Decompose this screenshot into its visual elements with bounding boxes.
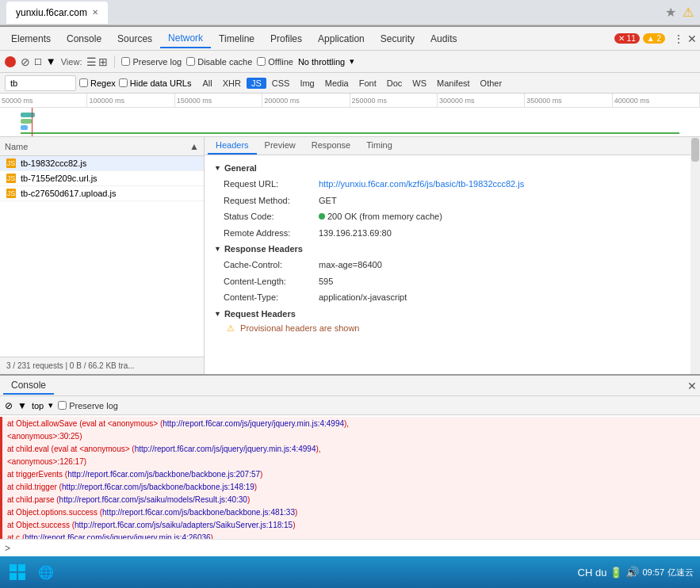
taskbar-volume-icon[interactable]: 🔊 — [625, 566, 639, 578]
tab-application[interactable]: Application — [310, 30, 373, 48]
console-dropdown-icon[interactable]: ▾ — [48, 400, 53, 410]
details-tab-headers[interactable]: Headers — [208, 137, 257, 155]
tab-sources[interactable]: Sources — [109, 30, 160, 48]
response-headers-section[interactable]: ▼ Response Headers — [205, 241, 690, 257]
preserve-log-input[interactable] — [121, 57, 130, 66]
details-scrollbar[interactable] — [690, 137, 700, 374]
star-icon[interactable]: ★ — [665, 5, 676, 20]
taskbar-start-button[interactable] — [3, 558, 32, 586]
file-item-1[interactable]: JS tb-7155ef209c.url.js — [0, 171, 204, 186]
filter-ws-button[interactable]: WS — [407, 78, 431, 89]
tab-timeline[interactable]: Timeline — [211, 30, 262, 48]
filter-font-button[interactable]: Font — [354, 78, 381, 89]
tab-audits[interactable]: Audits — [423, 30, 465, 48]
tab-network[interactable]: Network — [160, 29, 211, 48]
console-preserve-input[interactable] — [58, 401, 67, 410]
filter-manifest-button[interactable]: Manifest — [432, 78, 475, 89]
regex-checkbox[interactable]: Regex — [79, 78, 116, 88]
response-headers-triangle: ▼ — [214, 245, 221, 253]
remote-address-label: Remote Address: — [224, 227, 319, 240]
tab-elements[interactable]: Elements — [3, 30, 59, 48]
error-link-4[interactable]: http://report.f6car.com/js/saiku/models/… — [59, 495, 247, 504]
filter-css-button[interactable]: CSS — [267, 78, 295, 89]
offline-checkbox[interactable]: Offline — [257, 57, 293, 67]
list-view-icon[interactable]: ☰ — [86, 55, 97, 68]
error-link-7[interactable]: http://report.f6car.com/js/jquery/jquery… — [25, 533, 210, 539]
toolbar-divider — [114, 55, 115, 68]
cache-control-row: Cache-Control: max-age=86400 — [205, 257, 690, 273]
camera-button[interactable]: □ — [35, 55, 41, 67]
error-link-5[interactable]: http://report.f6car.com/js/backbone/back… — [102, 508, 295, 517]
stop-button[interactable]: ⊘ — [21, 55, 30, 68]
status-green-dot — [319, 213, 325, 220]
timeline-row-3 — [21, 125, 28, 130]
record-button[interactable] — [5, 56, 16, 67]
console-stop-icon[interactable]: ⊘ — [5, 400, 13, 411]
general-section-header[interactable]: ▼ General — [205, 160, 690, 176]
filter-xhr-button[interactable]: XHR — [218, 78, 246, 89]
console-input[interactable] — [13, 544, 695, 553]
devtools-tab-overflow: ✕ 11 ▲ 2 ⋮ ✕ — [614, 32, 697, 45]
filter-button[interactable]: ▼ — [46, 55, 56, 67]
filter-js-button[interactable]: JS — [247, 78, 266, 89]
filter-all-button[interactable]: All — [197, 78, 216, 89]
tick-4: 200000 ms — [262, 94, 350, 107]
error-link-6[interactable]: http://report.f6car.com/js/saiku/adapter… — [75, 521, 293, 529]
disable-cache-checkbox[interactable]: Disable cache — [186, 57, 252, 67]
file-panel-footer: 3 / 231 requests | 0 B / 66.2 KB tra... — [0, 357, 204, 374]
alert-icon[interactable]: ⚠ — [683, 5, 694, 20]
request-headers-label: Request Headers — [224, 309, 296, 319]
disable-cache-label: Disable cache — [197, 57, 252, 67]
filter-doc-button[interactable]: Doc — [382, 78, 407, 89]
filter-img-button[interactable]: Img — [295, 78, 319, 89]
disable-cache-input[interactable] — [186, 57, 195, 66]
details-tab-timing[interactable]: Timing — [358, 137, 400, 155]
details-tab-response[interactable]: Response — [304, 137, 359, 155]
view-label: View: — [61, 57, 82, 67]
console-preserve-checkbox[interactable]: Preserve log — [58, 401, 118, 410]
tab-security[interactable]: Security — [373, 30, 423, 48]
svg-rect-2 — [10, 573, 17, 580]
tab-console[interactable]: Console — [59, 30, 109, 48]
console-tab-console[interactable]: Console — [3, 377, 54, 395]
grid-view-icon[interactable]: ⊞ — [98, 55, 108, 68]
filter-other-button[interactable]: Other — [476, 78, 507, 89]
scrollbar-thumb[interactable] — [691, 138, 699, 162]
console-content: at Object.allowSave (eval at <anonymous>… — [0, 415, 700, 539]
console-close-icon[interactable]: ✕ — [687, 380, 697, 392]
hide-data-urls-input[interactable] — [119, 78, 128, 87]
tab-close-icon[interactable]: ✕ — [92, 8, 98, 17]
regex-input[interactable] — [79, 78, 88, 87]
offline-input[interactable] — [257, 57, 266, 66]
cache-control-value: max-age=86400 — [319, 258, 382, 272]
timeline-cursor — [32, 108, 33, 137]
taskbar-keyboard-icon[interactable]: CH du — [578, 567, 607, 578]
browser-tab[interactable]: yunxiu.f6car.com ✕ — [6, 2, 108, 24]
devtools: Elements Console Sources Network Timelin… — [0, 25, 700, 556]
sort-icon[interactable]: ▲ — [189, 141, 199, 152]
request-method-value: GET — [319, 194, 337, 208]
timeline-bar: 50000 ms 100000 ms 150000 ms 200000 ms 2… — [0, 94, 700, 137]
error-link-0[interactable]: http://report.f6car.com/js/jquery/jquery… — [163, 419, 344, 428]
filter-media-button[interactable]: Media — [320, 78, 354, 89]
file-item-0[interactable]: JS tb-19832ccc82.js — [0, 156, 204, 171]
status-code-value: 200 OK (from memory cache) — [319, 210, 442, 223]
devtools-close-icon[interactable]: ✕ — [687, 32, 697, 45]
error-link-2[interactable]: http://report.f6car.com/js/backbone/back… — [67, 470, 260, 479]
tab-profiles[interactable]: Profiles — [262, 30, 310, 48]
error-link-3[interactable]: http://report.f6car.com/js/backbone/back… — [62, 483, 254, 491]
details-tab-preview[interactable]: Preview — [257, 137, 304, 155]
details-panel: Headers Preview Response Timing ▼ Genera… — [205, 137, 690, 374]
file-item-2[interactable]: JS tb-c27650d617.upload.js — [0, 186, 204, 201]
request-headers-section[interactable]: ▼ Request Headers — [205, 306, 690, 322]
throttling-arrow[interactable]: ▾ — [350, 56, 354, 67]
taskbar-cloud-label[interactable]: 亿速云 — [667, 567, 694, 578]
console-filter-icon[interactable]: ▼ — [17, 400, 27, 411]
error-link-1[interactable]: http://report.f6car.com/js/jquery/jquery… — [135, 445, 316, 453]
filter-input[interactable] — [5, 75, 76, 91]
timeline-row-1 — [21, 113, 35, 117]
taskbar-browser-item[interactable]: 🌐 — [32, 559, 60, 585]
devtools-menu-icon[interactable]: ⋮ — [673, 32, 684, 45]
preserve-log-checkbox[interactable]: Preserve log — [121, 57, 182, 67]
hide-data-urls-checkbox[interactable]: Hide data URLs — [119, 78, 192, 88]
